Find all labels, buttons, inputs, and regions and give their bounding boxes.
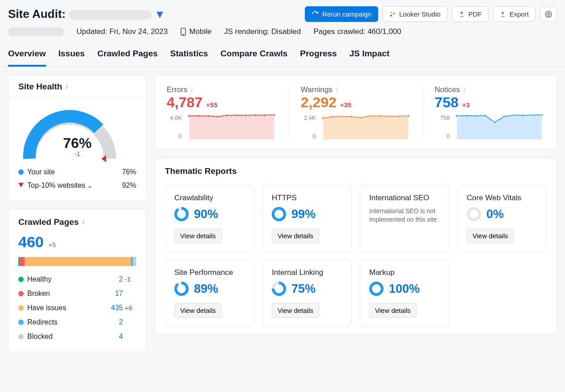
warnings-sparkline (320, 114, 411, 139)
project-name-redacted (8, 27, 64, 36)
info-icon[interactable]: i (66, 83, 67, 91)
dot-icon (18, 305, 24, 311)
crawled-row[interactable]: Healthy2-1 (18, 272, 136, 287)
upload-icon (459, 11, 465, 17)
legend-label: Your site (27, 168, 55, 176)
tab-compare-crawls[interactable]: Compare Crawls (220, 44, 287, 67)
pdf-button[interactable]: PDF (452, 6, 489, 22)
thematic-card: International SEOInternational SEO is no… (360, 185, 449, 252)
looker-studio-button[interactable]: Looker Studio (383, 6, 447, 22)
crawled-row-label: Blocked (27, 333, 53, 340)
crawled-row-delta: . (125, 318, 136, 326)
mobile-icon (180, 28, 186, 36)
triangle-down-icon (18, 183, 24, 187)
tab-progress[interactable]: Progress (300, 44, 337, 67)
svg-point-11 (226, 114, 228, 117)
crawled-row[interactable]: Blocked4. (18, 329, 136, 344)
tab-crawled-pages[interactable]: Crawled Pages (97, 44, 158, 67)
crawled-row-delta: +6 (125, 304, 136, 312)
svg-point-19 (341, 115, 343, 118)
svg-point-15 (264, 114, 266, 116)
svg-point-41 (468, 208, 480, 220)
svg-point-32 (503, 115, 506, 118)
warnings-title: Warnings (301, 85, 333, 94)
svg-point-13 (245, 114, 247, 116)
pages-crawled-label: Pages crawled: 460/1,000 (313, 27, 401, 36)
crawled-row-value: 2 (119, 318, 123, 326)
tab-issues[interactable]: Issues (59, 44, 85, 67)
view-details-button[interactable]: View details (272, 303, 319, 318)
info-icon[interactable]: i (336, 86, 338, 94)
view-details-button[interactable]: View details (467, 228, 514, 243)
donut-icon (369, 282, 384, 296)
errors-title: Errors (167, 85, 187, 94)
info-icon[interactable]: i (82, 219, 84, 226)
svg-point-36 (541, 114, 543, 116)
errors-metric[interactable]: Errorsi 4,787+55 4.8K0 (155, 85, 289, 139)
legend-row[interactable]: Top-10% websites⌄92% (18, 179, 136, 192)
view-details-button[interactable]: View details (369, 303, 417, 318)
dot-icon (18, 320, 24, 325)
crawled-row[interactable]: Have issues435+6 (18, 301, 136, 315)
view-details-button[interactable]: View details (272, 228, 319, 243)
crawled-row-label: Broken (27, 290, 50, 297)
updated-label: Updated: Fri, Nov 24, 2023 (76, 27, 168, 36)
crawled-pages-value[interactable]: 460 (18, 233, 44, 250)
donut-icon (272, 282, 286, 296)
errors-value: 4,787 (167, 94, 202, 110)
view-details-button[interactable]: View details (174, 228, 222, 243)
settings-button[interactable] (540, 7, 557, 22)
export-button[interactable]: Export (493, 6, 535, 22)
thematic-card-title: Markup (369, 268, 440, 277)
info-icon[interactable]: i (191, 86, 193, 94)
thematic-card-title: Internal Linking (272, 268, 342, 277)
svg-point-40 (273, 208, 285, 220)
pdf-label: PDF (468, 10, 482, 18)
warnings-metric[interactable]: Warningsi 2,292+35 2.4K0 (289, 85, 423, 139)
svg-point-22 (369, 115, 371, 117)
rerun-campaign-button[interactable]: Rerun campaign (305, 6, 378, 22)
svg-point-0 (391, 12, 392, 13)
svg-point-30 (484, 114, 486, 117)
crawled-pages-title: Crawled Pages (18, 217, 79, 227)
dot-icon (18, 291, 24, 296)
svg-point-48 (371, 283, 382, 295)
tab-overview[interactable]: Overview (8, 44, 46, 67)
gear-icon (545, 11, 552, 18)
thematic-card-title: HTTPS (272, 194, 342, 202)
site-health-title: Site Health (18, 82, 62, 92)
legend-label: Top-10% websites (27, 181, 85, 189)
tab-statistics[interactable]: Statistics (170, 44, 208, 67)
notices-sparkline (454, 114, 545, 139)
info-icon[interactable]: i (464, 86, 465, 94)
crawled-row[interactable]: Broken17. (18, 287, 136, 301)
notices-metric[interactable]: Noticesi 758+3 7580 (422, 85, 557, 139)
notices-title: Notices (434, 85, 460, 94)
crawled-row-value: 2 (119, 275, 123, 283)
issues-summary-card: Errorsi 4,787+55 4.8K0 Warningsi 2,292+3… (155, 75, 557, 150)
crawled-row-delta: . (125, 290, 136, 297)
device-label: Mobile (189, 27, 211, 36)
svg-point-35 (531, 114, 534, 116)
crawled-row-delta: . (125, 333, 136, 340)
donut-icon (174, 282, 189, 296)
chevron-down-icon[interactable]: ⌄ (87, 182, 93, 189)
export-label: Export (510, 10, 529, 18)
refresh-icon (312, 11, 319, 18)
crawled-row-label: Redirects (27, 318, 58, 326)
tab-js-impact[interactable]: JS Impact (350, 44, 390, 67)
thematic-card: Internal Linking 75%View details (262, 260, 352, 326)
site-name-redacted (69, 10, 152, 20)
crawled-row[interactable]: Redirects2. (18, 315, 136, 329)
view-details-button[interactable]: View details (174, 303, 222, 318)
page-title-prefix: Site Audit: (8, 7, 66, 21)
svg-point-33 (513, 114, 515, 116)
svg-point-34 (522, 114, 524, 117)
js-rendering-label: JS rendering: Disabled (224, 27, 301, 36)
thematic-reports-card: Thematic Reports Crawlability 90%View de… (155, 158, 557, 335)
chevron-down-icon[interactable]: ▾ (157, 7, 163, 21)
legend-row[interactable]: Your site76% (18, 165, 136, 179)
warnings-delta: +35 (340, 101, 351, 109)
crawled-row-label: Healthy (27, 275, 51, 283)
crawled-row-value: 4 (119, 333, 123, 340)
